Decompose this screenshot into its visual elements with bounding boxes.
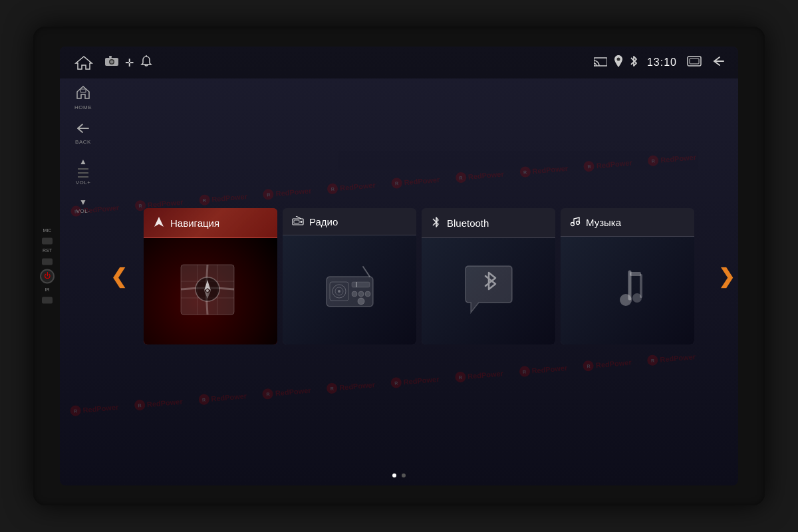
vol-up-label: VOL+ (76, 180, 91, 186)
left-arrow-icon: ❮ (110, 265, 127, 288)
svg-point-36 (358, 298, 364, 305)
home-nav-icon (76, 85, 90, 103)
bluetooth-body-icon (459, 263, 519, 319)
tile-music-title: Музыка (586, 217, 621, 228)
tile-navigation-title: Навигация (170, 217, 219, 229)
svg-rect-3 (109, 56, 112, 58)
back-nav-icon[interactable] (710, 55, 725, 70)
navigation-header-icon (153, 216, 165, 231)
main-content: HOME BACK ▲ VOL+ (60, 78, 738, 485)
bluetooth-status-icon (630, 55, 638, 70)
tile-music-header: Музыка (561, 208, 694, 236)
back-nav-side-icon (76, 122, 90, 138)
power-button[interactable]: ⏻ (40, 269, 55, 283)
tile-music-body (561, 237, 694, 344)
side-controls: MIC RST ⏻ IR (40, 228, 55, 303)
svg-point-34 (365, 291, 370, 297)
sidebar-item-back[interactable]: BACK (75, 122, 91, 145)
pagination (60, 473, 738, 485)
svg-point-39 (620, 294, 632, 306)
pagination-dot-1[interactable] (392, 473, 396, 477)
tile-navigation-body (144, 238, 277, 344)
location-icon (614, 55, 623, 70)
svg-point-29 (338, 290, 340, 293)
radio-header-icon (292, 216, 304, 228)
mic-label: MIC (43, 228, 52, 233)
mic-btn[interactable] (42, 238, 53, 245)
camera-icon (105, 56, 118, 69)
time-display: 13:10 (647, 57, 677, 68)
tile-radio-header: Радио (283, 208, 416, 235)
vol-down-icon: ▼ (79, 198, 87, 207)
tile-radio[interactable]: Радио (283, 208, 416, 344)
tile-radio-body (283, 235, 416, 344)
cast-icon (594, 56, 607, 69)
prev-page-button[interactable]: ❮ (106, 256, 130, 296)
recents-icon[interactable] (686, 55, 702, 70)
device: MIC RST ⏻ IR RRedPower RRedPower RRedPow… (33, 27, 765, 505)
navigation-body-icon (178, 261, 244, 321)
svg-marker-11 (154, 217, 164, 227)
home-nav-label: HOME (74, 104, 92, 110)
back-nav-label: BACK (75, 139, 91, 145)
notification-icon (140, 55, 152, 70)
sidebar-item-vol-down[interactable]: ▼ VOL- (76, 198, 90, 214)
vol-up-icon: ▲ (79, 157, 87, 166)
svg-line-35 (363, 267, 370, 277)
status-icons-left: ✛ (105, 55, 152, 70)
svg-line-24 (296, 216, 301, 219)
svg-rect-10 (80, 89, 86, 92)
svg-point-6 (594, 65, 595, 67)
svg-point-2 (110, 61, 114, 64)
radio-body-icon (320, 263, 380, 317)
status-left: ✛ (73, 53, 152, 72)
left-nav: HOME BACK ▲ VOL+ (60, 78, 106, 485)
svg-rect-22 (294, 220, 299, 223)
tile-navigation-header: Навигация (144, 208, 277, 237)
svg-point-7 (616, 58, 620, 61)
music-body-icon (598, 262, 658, 319)
svg-point-40 (632, 293, 642, 303)
apps-area: ❮ Навигация (106, 78, 738, 473)
right-arrow-icon: ❯ (718, 265, 735, 288)
tile-bluetooth[interactable]: Bluetooth (422, 208, 555, 344)
rst-btn[interactable] (42, 258, 53, 265)
power-icon: ⏻ (44, 273, 51, 280)
svg-point-33 (358, 291, 364, 297)
app-tiles-grid: Навигация (113, 208, 725, 344)
sidebar-item-home[interactable]: HOME (74, 85, 92, 110)
ir-label: IR (45, 287, 50, 293)
pagination-dot-2[interactable] (402, 473, 406, 477)
status-bar: ✛ (60, 47, 738, 78)
svg-rect-9 (690, 59, 699, 64)
music-header-icon (570, 216, 581, 229)
tile-bluetooth-header: Bluetooth (422, 208, 555, 237)
status-right: 13:10 (594, 55, 725, 70)
bluetooth-header-icon (431, 216, 442, 231)
svg-point-23 (301, 221, 303, 223)
svg-rect-41 (630, 272, 641, 276)
status-right-icons (594, 55, 638, 70)
svg-point-32 (352, 291, 357, 297)
usb-icon: ✛ (125, 57, 134, 69)
next-page-button[interactable]: ❯ (714, 256, 738, 296)
vol-down-label: VOL- (76, 208, 90, 214)
sidebar-item-vol-up[interactable]: ▲ VOL+ (76, 157, 91, 186)
tile-music[interactable]: Музыка (561, 208, 694, 344)
ir-btn[interactable] (42, 297, 53, 304)
tile-navigation[interactable]: Навигация (144, 208, 277, 344)
screen: RRedPower RRedPower RRedPower RRedPower … (60, 47, 738, 485)
tile-bluetooth-body (422, 238, 555, 344)
tile-bluetooth-title: Bluetooth (447, 217, 489, 229)
svg-point-20 (206, 289, 209, 292)
nav-icons (686, 55, 725, 70)
rst-label: RST (43, 249, 52, 254)
tile-radio-title: Радио (309, 216, 338, 227)
svg-rect-30 (352, 282, 370, 287)
home-status-icon (73, 53, 94, 72)
